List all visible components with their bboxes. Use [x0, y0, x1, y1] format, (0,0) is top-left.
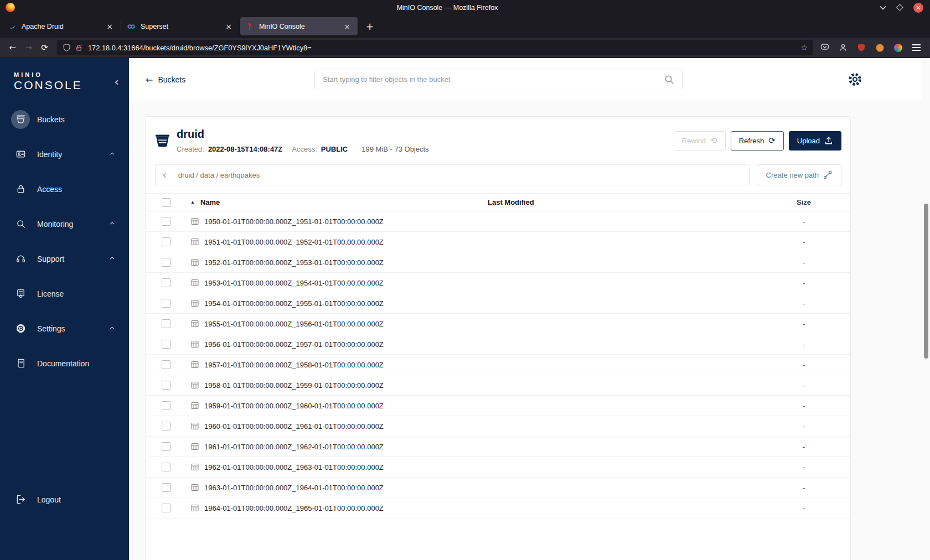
tab-minio-console[interactable]: MinIO Console ×: [240, 17, 358, 35]
page-scrollbar-thumb[interactable]: [924, 204, 928, 359]
row-checkbox[interactable]: [162, 463, 170, 471]
tab-close-icon[interactable]: ×: [104, 22, 115, 32]
sidebar-item-support[interactable]: Support: [0, 241, 129, 276]
sidebar-item-license[interactable]: License: [0, 276, 129, 311]
tab-close-icon[interactable]: ×: [223, 22, 234, 32]
row-checkbox[interactable]: [162, 504, 170, 512]
column-header-name[interactable]: ▲ Name: [177, 198, 488, 206]
back-to-buckets-link[interactable]: ← Buckets: [146, 74, 185, 85]
chevron-up-icon[interactable]: [108, 150, 116, 159]
row-checkbox[interactable]: [162, 340, 170, 349]
object-row[interactable]: 1953-01-01T00:00:00.000Z_1954-01-01T00:0…: [146, 273, 850, 293]
row-checkbox[interactable]: [162, 381, 170, 390]
breadcrumb[interactable]: druid / data / earthquakes: [178, 171, 260, 179]
object-row[interactable]: 1954-01-01T00:00:00.000Z_1955-01-01T00:0…: [146, 293, 850, 314]
object-name[interactable]: 1951-01-01T00:00:00.000Z_1952-01-01T00:0…: [204, 238, 384, 246]
tab-close-icon[interactable]: ×: [342, 22, 353, 32]
chevron-up-icon[interactable]: [108, 255, 116, 263]
browser-back-button[interactable]: ←: [4, 40, 20, 55]
row-checkbox[interactable]: [162, 278, 170, 287]
browser-forward-button[interactable]: →: [20, 40, 37, 55]
row-checkbox[interactable]: [162, 299, 170, 308]
object-name[interactable]: 1960-01-01T00:00:00.000Z_1961-01-01T00:0…: [204, 422, 384, 431]
object-name[interactable]: 1953-01-01T00:00:00.000Z_1954-01-01T00:0…: [204, 279, 384, 287]
object-name[interactable]: 1950-01-01T00:00:00.000Z_1951-01-01T00:0…: [204, 217, 384, 226]
ublock-extension-icon[interactable]: [856, 43, 866, 53]
object-row[interactable]: 1957-01-01T00:00:00.000Z_1958-01-01T00:0…: [146, 355, 850, 375]
object-row[interactable]: 1956-01-01T00:00:00.000Z_1957-01-01T00:0…: [146, 334, 850, 355]
object-row[interactable]: 1951-01-01T00:00:00.000Z_1952-01-01T00:0…: [146, 232, 850, 252]
object-name[interactable]: 1955-01-01T00:00:00.000Z_1956-01-01T00:0…: [204, 320, 384, 328]
upload-button[interactable]: Upload: [789, 131, 841, 151]
extension-pinwheel-icon[interactable]: [893, 43, 903, 53]
object-row[interactable]: 1964-01-01T00:00:00.000Z_1965-01-01T00:0…: [146, 498, 850, 518]
object-name[interactable]: 1959-01-01T00:00:00.000Z_1960-01-01T00:0…: [204, 402, 384, 410]
row-checkbox[interactable]: [162, 217, 170, 226]
object-name[interactable]: 1961-01-01T00:00:00.000Z_1962-01-01T00:0…: [204, 443, 384, 451]
chevron-up-icon[interactable]: [108, 220, 116, 229]
object-name[interactable]: 1956-01-01T00:00:00.000Z_1957-01-01T00:0…: [204, 340, 384, 349]
tracking-protection-shield-icon[interactable]: [63, 43, 71, 52]
sidebar-collapse-icon[interactable]: ‹: [114, 76, 119, 88]
row-checkbox[interactable]: [162, 401, 170, 410]
sidebar-item-buckets[interactable]: Buckets: [0, 102, 129, 137]
object-row[interactable]: 1950-01-01T00:00:00.000Z_1951-01-01T00:0…: [146, 211, 850, 232]
sidebar-item-monitoring[interactable]: Monitoring: [0, 206, 129, 241]
refresh-button[interactable]: Refresh ⟳: [731, 131, 784, 151]
pocket-icon[interactable]: [820, 43, 830, 53]
sidebar-item-settings[interactable]: Settings: [0, 311, 129, 346]
new-tab-button[interactable]: +: [361, 18, 378, 35]
object-name[interactable]: 1958-01-01T00:00:00.000Z_1959-01-01T00:0…: [204, 381, 384, 390]
sidebar-item-access[interactable]: Access: [0, 172, 129, 206]
row-checkbox[interactable]: [162, 483, 170, 492]
row-checkbox[interactable]: [162, 422, 170, 431]
chevron-up-icon[interactable]: [108, 324, 116, 333]
object-row[interactable]: 1958-01-01T00:00:00.000Z_1959-01-01T00:0…: [146, 375, 850, 396]
create-new-path-button[interactable]: Create new path: [757, 164, 841, 185]
tab-apache-druid[interactable]: Apache Druid ×: [3, 17, 120, 35]
object-row[interactable]: 1959-01-01T00:00:00.000Z_1960-01-01T00:0…: [146, 396, 850, 416]
certificate-icon: [11, 284, 30, 303]
browser-reload-button[interactable]: ⟳: [37, 40, 53, 55]
row-checkbox[interactable]: [162, 237, 170, 246]
select-all-checkbox[interactable]: [162, 198, 170, 207]
row-checkbox[interactable]: [162, 360, 170, 369]
object-name[interactable]: 1962-01-01T00:00:00.000Z_1963-01-01T00:0…: [204, 463, 384, 471]
tab-superset[interactable]: Superset ×: [122, 17, 239, 35]
object-row[interactable]: 1955-01-01T00:00:00.000Z_1956-01-01T00:0…: [146, 314, 850, 334]
object-name[interactable]: 1954-01-01T00:00:00.000Z_1955-01-01T00:0…: [204, 299, 384, 308]
page-scrollbar-track[interactable]: [922, 58, 930, 560]
row-checkbox[interactable]: [162, 442, 170, 451]
path-back-chevron-icon[interactable]: ‹: [162, 169, 167, 181]
object-row[interactable]: 1960-01-01T00:00:00.000Z_1961-01-01T00:0…: [146, 416, 850, 437]
column-header-last-modified[interactable]: Last Modified: [488, 198, 765, 206]
url-text[interactable]: 172.18.0.4:31664/buckets/druid/browse/ZG…: [88, 44, 800, 52]
object-row[interactable]: 1963-01-01T00:00:00.000Z_1964-01-01T00:0…: [146, 478, 850, 498]
url-bar[interactable]: 172.18.0.4:31664/buckets/druid/browse/ZG…: [57, 40, 813, 55]
sidebar-item-logout[interactable]: Logout: [0, 482, 129, 517]
sidebar-item-documentation[interactable]: Documentation: [0, 346, 129, 381]
sidebar-item-identity[interactable]: Identity: [0, 137, 129, 172]
row-checkbox[interactable]: [162, 258, 170, 267]
object-row[interactable]: 1961-01-01T00:00:00.000Z_1962-01-01T00:0…: [146, 437, 850, 457]
account-icon[interactable]: [838, 43, 848, 53]
search-input[interactable]: [323, 75, 664, 84]
window-close-button[interactable]: ×: [913, 3, 923, 13]
column-header-size[interactable]: Size: [765, 198, 843, 206]
window-minimize-icon[interactable]: [880, 6, 886, 10]
object-row[interactable]: 1952-01-01T00:00:00.000Z_1953-01-01T00:0…: [146, 252, 850, 273]
browser-menu-icon[interactable]: [911, 43, 921, 53]
window-maximize-icon[interactable]: [896, 4, 903, 11]
console-settings-gear-icon[interactable]: [848, 72, 862, 89]
extension-avatar-icon[interactable]: [875, 43, 885, 53]
object-name[interactable]: 1964-01-01T00:00:00.000Z_1965-01-01T00:0…: [204, 504, 384, 512]
connection-security-lock-icon[interactable]: [75, 43, 83, 52]
object-row[interactable]: 1962-01-01T00:00:00.000Z_1963-01-01T00:0…: [146, 457, 850, 478]
object-name[interactable]: 1957-01-01T00:00:00.000Z_1958-01-01T00:0…: [204, 361, 384, 369]
object-name[interactable]: 1952-01-01T00:00:00.000Z_1953-01-01T00:0…: [204, 258, 384, 267]
row-checkbox[interactable]: [162, 319, 170, 328]
sort-asc-icon[interactable]: ▲: [190, 200, 195, 205]
rewind-button[interactable]: Rewind ⟲: [674, 131, 726, 151]
bookmark-star-icon[interactable]: ☆: [800, 43, 808, 52]
object-name[interactable]: 1963-01-01T00:00:00.000Z_1964-01-01T00:0…: [204, 484, 384, 492]
